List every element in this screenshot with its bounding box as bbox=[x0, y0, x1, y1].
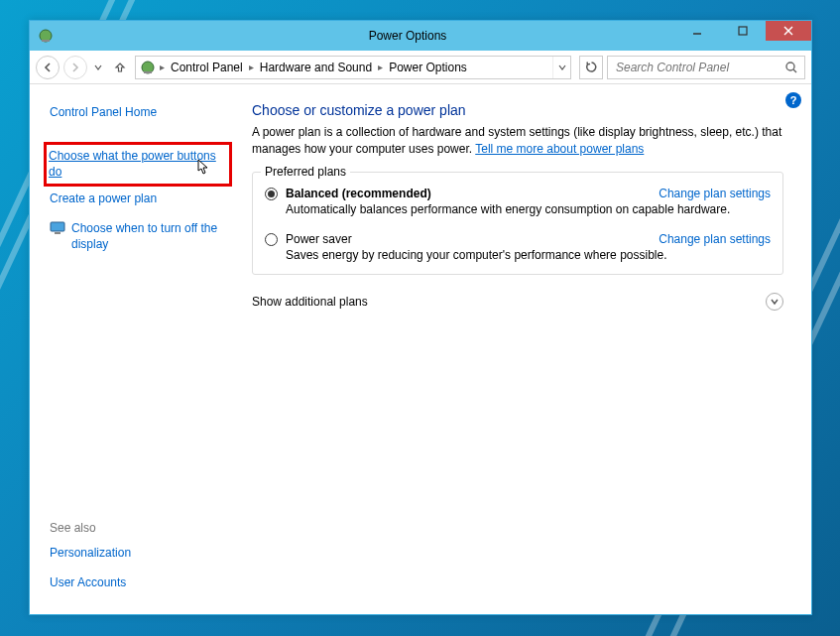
svg-line-9 bbox=[793, 69, 796, 72]
show-additional-label: Show additional plans bbox=[252, 295, 368, 309]
svg-rect-7 bbox=[144, 71, 152, 73]
preferred-plans-label: Preferred plans bbox=[261, 165, 350, 179]
highlight-annotation: Choose what the power buttons do bbox=[44, 142, 232, 186]
preferred-plans-group: Preferred plans Balanced (recommended) C… bbox=[252, 172, 783, 275]
refresh-button[interactable] bbox=[579, 56, 603, 79]
plan-row-powersaver: Power saver Change plan settings bbox=[265, 232, 771, 246]
search-icon[interactable] bbox=[784, 61, 798, 74]
see-also-label: See also bbox=[50, 521, 228, 535]
recent-locations-dropdown[interactable] bbox=[91, 64, 105, 71]
plan-row-balanced: Balanced (recommended) Change plan setti… bbox=[265, 187, 771, 200]
plan-name-powersaver[interactable]: Power saver bbox=[286, 232, 659, 246]
breadcrumb-power-options[interactable]: Power Options bbox=[383, 57, 473, 78]
plan-radio-powersaver[interactable] bbox=[265, 233, 278, 246]
monitor-icon bbox=[50, 221, 65, 235]
user-accounts-link[interactable]: User Accounts bbox=[50, 574, 228, 590]
up-button[interactable] bbox=[109, 57, 131, 78]
address-dropdown[interactable] bbox=[552, 57, 570, 78]
change-settings-powersaver[interactable]: Change plan settings bbox=[659, 232, 771, 246]
page-description: A power plan is a collection of hardware… bbox=[252, 124, 783, 158]
plan-desc-powersaver: Saves energy by reducing your computer's… bbox=[286, 248, 771, 262]
create-power-plan-link[interactable]: Create a power plan bbox=[50, 191, 228, 206]
change-settings-balanced[interactable]: Change plan settings bbox=[659, 187, 771, 200]
plan-desc-balanced: Automatically balances performance with … bbox=[286, 202, 771, 216]
page-heading: Choose or customize a power plan bbox=[252, 102, 783, 118]
search-input[interactable] bbox=[614, 60, 784, 75]
search-box[interactable] bbox=[607, 56, 805, 79]
svg-rect-3 bbox=[739, 27, 747, 35]
power-options-icon bbox=[140, 60, 156, 75]
svg-rect-10 bbox=[51, 222, 64, 231]
forward-button[interactable] bbox=[63, 56, 87, 79]
breadcrumb-hardware-sound[interactable]: Hardware and Sound bbox=[254, 57, 378, 78]
svg-point-8 bbox=[786, 63, 794, 70]
svg-rect-11 bbox=[55, 232, 60, 234]
choose-display-off-link[interactable]: Choose when to turn off the display bbox=[50, 220, 228, 252]
close-button[interactable] bbox=[766, 21, 811, 41]
choose-display-off-label: Choose when to turn off the display bbox=[71, 220, 228, 252]
chevron-down-icon bbox=[766, 293, 783, 311]
back-button[interactable] bbox=[36, 56, 60, 79]
minimize-button[interactable] bbox=[674, 21, 720, 41]
main-content: Choose or customize a power plan A power… bbox=[238, 84, 811, 614]
plan-name-balanced[interactable]: Balanced (recommended) bbox=[286, 187, 659, 200]
personalization-link[interactable]: Personalization bbox=[50, 545, 228, 561]
navbar: ▸ Control Panel ▸ Hardware and Sound ▸ P… bbox=[30, 51, 811, 84]
plan-radio-balanced[interactable] bbox=[265, 188, 278, 200]
sidebar: Control Panel Home Choose what the power… bbox=[30, 84, 238, 614]
breadcrumb-control-panel[interactable]: Control Panel bbox=[165, 57, 249, 78]
help-icon[interactable]: ? bbox=[785, 92, 801, 108]
show-additional-plans[interactable]: Show additional plans bbox=[252, 293, 783, 311]
address-bar[interactable]: ▸ Control Panel ▸ Hardware and Sound ▸ P… bbox=[135, 56, 571, 79]
control-panel-home-link[interactable]: Control Panel Home bbox=[50, 104, 228, 120]
window: Power Options bbox=[29, 20, 812, 615]
cursor-icon bbox=[193, 159, 209, 179]
titlebar: Power Options bbox=[30, 21, 811, 51]
maximize-button[interactable] bbox=[720, 21, 766, 41]
learn-more-link[interactable]: Tell me more about power plans bbox=[475, 142, 644, 156]
